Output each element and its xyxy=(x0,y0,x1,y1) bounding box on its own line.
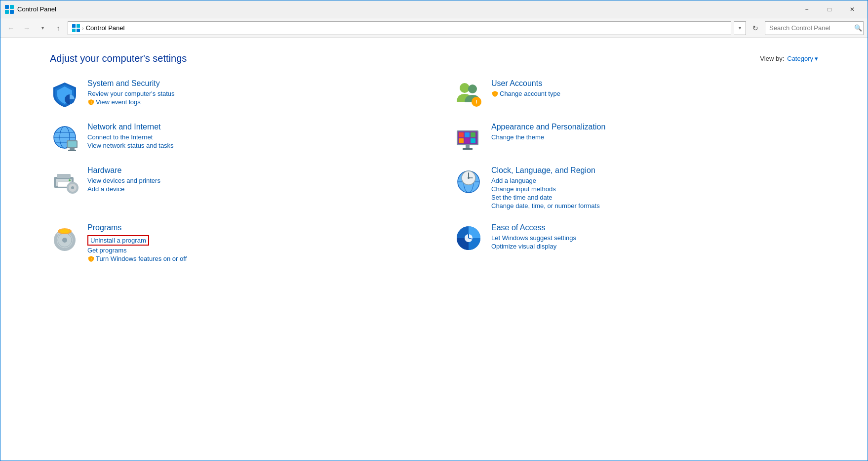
window-title: Control Panel xyxy=(17,5,795,13)
view-by-label: View by: xyxy=(760,55,784,62)
get-programs-link[interactable]: Get programs xyxy=(87,247,187,254)
categories-grid: System and Security Review your computer… xyxy=(50,79,818,276)
svg-rect-33 xyxy=(471,138,475,143)
add-device-link[interactable]: Add a device xyxy=(87,185,160,193)
system-security-content: System and Security Review your computer… xyxy=(87,79,175,106)
change-account-type-link[interactable]: ! Change account type xyxy=(491,90,560,97)
clock-language-content: Clock, Language, and Region Add a langua… xyxy=(491,166,600,210)
user-accounts-title[interactable]: User Accounts xyxy=(491,79,560,88)
system-security-title[interactable]: System and Security xyxy=(87,79,175,88)
shield-badge-icon: ! xyxy=(87,99,94,106)
category-programs: Programs Uninstall a program Get program… xyxy=(50,223,414,262)
svg-rect-24 xyxy=(68,141,77,147)
svg-text:!: ! xyxy=(475,99,477,105)
svg-rect-1 xyxy=(10,5,14,9)
svg-point-43 xyxy=(69,179,71,181)
category-ease-of-access: Ease of Access Let Windows suggest setti… xyxy=(454,223,818,262)
svg-rect-35 xyxy=(463,148,473,150)
network-internet-icon xyxy=(50,123,79,152)
svg-rect-30 xyxy=(471,132,475,137)
network-internet-title[interactable]: Network and Internet xyxy=(87,123,174,131)
svg-text:!: ! xyxy=(494,92,496,96)
content-header: Adjust your computer's settings View by:… xyxy=(50,53,818,64)
hardware-icon xyxy=(50,166,79,196)
ease-of-access-icon xyxy=(454,223,483,253)
svg-point-42 xyxy=(71,186,74,189)
review-computer-status-link[interactable]: Review your computer's status xyxy=(87,90,175,97)
network-internet-content: Network and Internet Connect to the Inte… xyxy=(87,123,174,149)
forward-button[interactable]: → xyxy=(20,22,33,35)
windows-features-link[interactable]: ! Turn Windows features on or off xyxy=(87,255,187,262)
restore-button[interactable]: □ xyxy=(818,0,841,18)
set-time-date-link[interactable]: Set the time and date xyxy=(491,194,600,201)
svg-rect-4 xyxy=(72,24,76,28)
svg-point-10 xyxy=(460,83,470,93)
ease-of-access-title[interactable]: Ease of Access xyxy=(491,223,576,232)
category-appearance: Appearance and Personalization Change th… xyxy=(454,123,818,152)
svg-text:!: ! xyxy=(90,100,92,105)
svg-rect-28 xyxy=(459,132,464,137)
path-text: Control Panel xyxy=(86,24,125,32)
shield-badge-user-icon: ! xyxy=(491,90,498,97)
search-input[interactable] xyxy=(769,24,852,32)
add-language-link[interactable]: Add a language xyxy=(491,177,600,184)
svg-text:!: ! xyxy=(90,257,92,261)
clock-language-title[interactable]: Clock, Language, and Region xyxy=(491,166,600,175)
svg-rect-38 xyxy=(57,174,71,178)
back-button[interactable]: ← xyxy=(4,22,17,35)
system-security-icon xyxy=(50,79,79,109)
close-button[interactable]: ✕ xyxy=(841,0,864,18)
view-event-logs-link[interactable]: ! View event logs xyxy=(87,98,175,106)
search-icon: 🔍 xyxy=(854,24,862,32)
change-input-methods-link[interactable]: Change input methods xyxy=(491,185,600,193)
page-title: Adjust your computer's settings xyxy=(50,53,187,64)
hardware-title[interactable]: Hardware xyxy=(87,166,160,175)
svg-rect-5 xyxy=(77,24,80,28)
optimize-visual-display-link[interactable]: Optimize visual display xyxy=(491,243,576,250)
programs-icon xyxy=(50,223,79,253)
uninstall-program-link[interactable]: Uninstall a program xyxy=(87,235,149,246)
hardware-content: Hardware View devices and printers Add a… xyxy=(87,166,160,193)
svg-rect-23 xyxy=(68,150,76,151)
appearance-title[interactable]: Appearance and Personalization xyxy=(491,123,605,131)
address-dropdown-button[interactable]: ▾ xyxy=(734,21,746,35)
svg-rect-29 xyxy=(465,132,470,137)
connect-to-internet-link[interactable]: Connect to the Internet xyxy=(87,133,174,141)
view-network-status-link[interactable]: View network status and tasks xyxy=(87,142,174,149)
window-controls: − □ ✕ xyxy=(795,0,864,18)
category-clock-language: Clock, Language, and Region Add a langua… xyxy=(454,166,818,210)
refresh-button[interactable]: ↻ xyxy=(749,22,762,35)
address-path[interactable]: › Control Panel xyxy=(68,21,731,35)
view-devices-link[interactable]: View devices and printers xyxy=(87,177,160,184)
ease-of-access-content: Ease of Access Let Windows suggest setti… xyxy=(491,223,576,250)
programs-title[interactable]: Programs xyxy=(87,223,187,232)
up-button[interactable]: ↑ xyxy=(52,22,65,35)
change-date-formats-link[interactable]: Change date, time, or number formats xyxy=(491,202,600,210)
window-icon xyxy=(4,4,14,14)
svg-rect-32 xyxy=(465,138,470,143)
category-user-accounts: ! User Accounts ! Change account type xyxy=(454,79,818,109)
svg-rect-3 xyxy=(10,10,14,14)
svg-rect-31 xyxy=(459,138,464,143)
path-separator: › xyxy=(82,25,84,31)
category-system-security: System and Security Review your computer… xyxy=(50,79,414,109)
shield-badge-programs-icon: ! xyxy=(87,255,94,262)
svg-rect-34 xyxy=(466,145,470,148)
svg-rect-6 xyxy=(72,29,76,32)
windows-suggest-settings-link[interactable]: Let Windows suggest settings xyxy=(491,234,576,242)
control-panel-window: Control Panel − □ ✕ ← → ▾ ↑ › Control Pa… xyxy=(0,0,868,461)
minimize-button[interactable]: − xyxy=(795,0,818,18)
svg-rect-0 xyxy=(5,5,9,9)
user-accounts-content: User Accounts ! Change account type xyxy=(491,79,560,97)
programs-content: Programs Uninstall a program Get program… xyxy=(87,223,187,262)
view-by-dropdown[interactable]: Category ▾ xyxy=(787,55,818,62)
svg-rect-7 xyxy=(77,29,80,32)
search-box[interactable]: 🔍 xyxy=(765,21,864,35)
path-icon xyxy=(72,24,80,32)
view-by: View by: Category ▾ xyxy=(760,55,818,62)
address-bar: ← → ▾ ↑ › Control Panel ▾ ↻ 🔍 xyxy=(0,18,868,38)
change-theme-link[interactable]: Change the theme xyxy=(491,133,605,141)
svg-rect-22 xyxy=(70,148,75,150)
recent-locations-button[interactable]: ▾ xyxy=(36,22,49,35)
title-bar: Control Panel − □ ✕ xyxy=(0,0,868,18)
